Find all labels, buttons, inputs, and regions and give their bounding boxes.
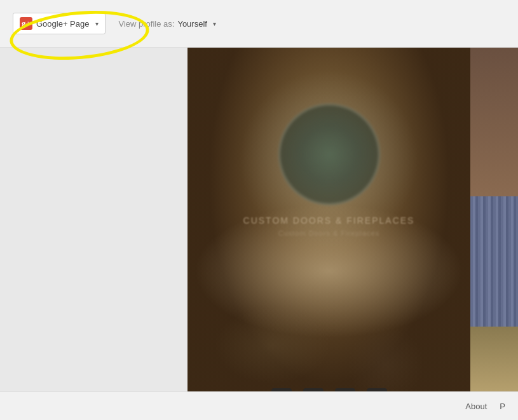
toolbar: g+ Google+ Page ▾ View profile as: Yours… [0, 0, 518, 48]
left-sidebar [0, 48, 187, 420]
gplus-icon: g+ [20, 17, 32, 30]
cover-text-line1: Custom Doors & Fireplaces [208, 215, 449, 226]
about-link[interactable]: About [465, 402, 487, 411]
view-profile-label: View profile as: [118, 19, 174, 29]
google-plus-page-button[interactable]: g+ Google+ Page ▾ [13, 13, 106, 34]
footer-bar: About P [0, 391, 518, 420]
view-profile-value: Yourself [177, 19, 207, 29]
gplus-label: Google+ Page [36, 19, 89, 29]
cover-image-area: Custom Doors & Fireplaces Custom Doors &… [187, 48, 470, 420]
gplus-dropdown-arrow: ▾ [95, 20, 99, 27]
photos-link[interactable]: P [500, 402, 505, 411]
view-profile-arrow: ▾ [213, 20, 216, 27]
profile-circle [278, 104, 380, 205]
cover-text-line2: Custom Doors & Fireplaces [208, 228, 449, 240]
right-panel [470, 48, 518, 420]
view-profile-selector[interactable]: View profile as: Yourself ▾ [118, 19, 215, 29]
cover-image: Custom Doors & Fireplaces Custom Doors &… [187, 48, 470, 420]
fp-blinds [470, 196, 518, 327]
fireplace-image [470, 48, 518, 420]
cover-text-overlay: Custom Doors & Fireplaces Custom Doors &… [208, 215, 449, 240]
fp-top [470, 48, 518, 196]
